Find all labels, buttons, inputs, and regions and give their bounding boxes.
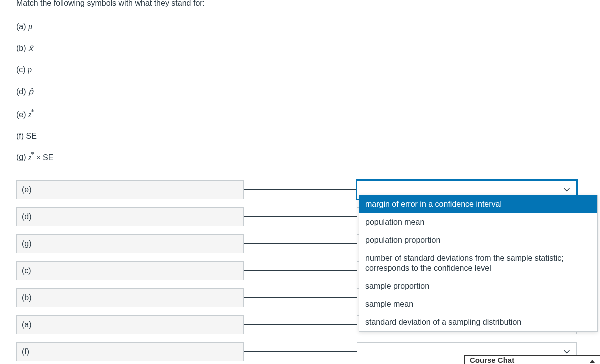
match-label: (d) <box>16 207 244 226</box>
symbol-item-c: (c) p <box>16 65 588 74</box>
connector-line <box>244 189 357 190</box>
dropdown-option[interactable]: number of standard deviations from the s… <box>359 249 597 277</box>
connector-line <box>244 324 357 325</box>
symbol-item-a: (a) μ <box>16 22 588 31</box>
symbol-item-f: (f) SE <box>16 131 588 141</box>
connector-line <box>244 351 357 352</box>
chevron-down-icon <box>563 186 570 193</box>
connector-line <box>244 270 357 271</box>
symbol-list: (a) μ (b) x̄ (c) p (d) p̂ (e) z* (f) SE <box>16 22 588 162</box>
expand-up-icon <box>590 360 595 363</box>
question-panel: Match the following symbols with what th… <box>0 0 588 363</box>
connector-line <box>244 297 357 298</box>
match-label: (g) <box>16 234 244 253</box>
instruction-text: Match the following symbols with what th… <box>16 0 588 8</box>
match-label: (a) <box>16 315 244 334</box>
z-star-times-se: z* × SE <box>28 153 53 162</box>
dropdown-option[interactable]: margin of error in a confidence interval <box>359 195 597 213</box>
dropdown-option[interactable]: population proportion <box>359 231 597 249</box>
course-chat-widget[interactable]: Course Chat <box>464 355 600 364</box>
match-label: (f) <box>16 342 244 361</box>
connector-line <box>244 243 357 244</box>
match-label: (b) <box>16 288 244 307</box>
symbol-item-d: (d) p̂ <box>16 87 588 96</box>
question-text-block: Match the following symbols with what th… <box>0 0 588 162</box>
connector-line <box>244 216 357 217</box>
match-label: (e) <box>16 180 244 199</box>
symbol-item-b: (b) x̄ <box>16 43 588 53</box>
dropdown-option[interactable]: population mean <box>359 213 597 231</box>
dropdown-option[interactable]: sample proportion <box>359 277 597 295</box>
match-label: (c) <box>16 261 244 280</box>
dropdown-option[interactable]: sample mean <box>359 295 597 313</box>
chevron-down-icon <box>563 348 570 355</box>
dropdown-listbox[interactable]: margin of error in a confidence interval… <box>359 195 598 332</box>
symbol-item-e: (e) z* <box>16 108 588 120</box>
dropdown-option[interactable]: standard deviation of a sampling distrib… <box>359 313 597 331</box>
course-chat-label: Course Chat <box>470 356 514 364</box>
symbol-item-g: (g) z* × SE <box>16 151 588 162</box>
z-star: z* <box>28 110 34 119</box>
